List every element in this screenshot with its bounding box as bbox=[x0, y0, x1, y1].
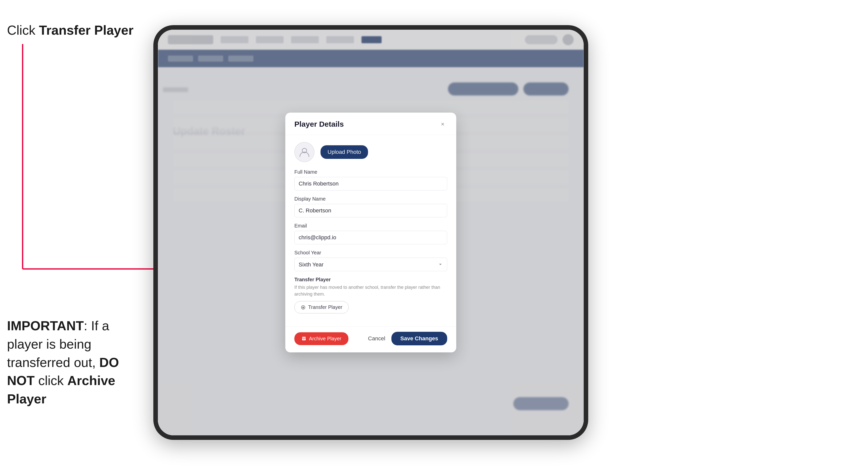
avatar-placeholder bbox=[294, 142, 314, 162]
display-name-group: Display Name bbox=[294, 196, 447, 217]
footer-right-buttons: Cancel Save Changes bbox=[368, 332, 447, 345]
modal-footer: Archive Player Cancel Save Changes bbox=[285, 326, 456, 352]
full-name-input[interactable] bbox=[294, 177, 447, 190]
upload-photo-button[interactable]: Upload Photo bbox=[320, 145, 368, 159]
transfer-player-button[interactable]: Transfer Player bbox=[294, 301, 349, 313]
annotation-top-prefix: Click bbox=[7, 23, 39, 37]
transfer-player-section: Transfer Player If this player has moved… bbox=[294, 277, 447, 313]
email-group: Email bbox=[294, 223, 447, 244]
display-name-input[interactable] bbox=[294, 204, 447, 217]
player-details-modal: Player Details × bbox=[285, 113, 456, 352]
annotation-important: IMPORTANT bbox=[7, 318, 84, 333]
user-icon bbox=[299, 147, 310, 158]
archive-icon bbox=[301, 336, 306, 341]
email-label: Email bbox=[294, 223, 447, 229]
annotation-bottom: IMPORTANT: If a player is being transfer… bbox=[7, 317, 148, 408]
transfer-icon bbox=[301, 305, 306, 310]
transfer-section-title: Transfer Player bbox=[294, 277, 447, 282]
save-changes-button[interactable]: Save Changes bbox=[392, 332, 447, 345]
annotation-top: Click Transfer Player bbox=[7, 23, 133, 38]
modal-body: Upload Photo Full Name Display Name bbox=[285, 135, 456, 326]
email-input[interactable] bbox=[294, 231, 447, 244]
annotation-top-highlight: Transfer Player bbox=[39, 23, 133, 37]
transfer-player-button-label: Transfer Player bbox=[308, 304, 342, 310]
transfer-section-description: If this player has moved to another scho… bbox=[294, 284, 447, 298]
tablet-screen: Update Roster Pl bbox=[158, 30, 584, 435]
school-year-label: School Year bbox=[294, 250, 447, 256]
photo-upload-area: Upload Photo bbox=[294, 142, 447, 162]
full-name-group: Full Name bbox=[294, 169, 447, 190]
app-screen: Update Roster Pl bbox=[158, 30, 584, 435]
modal-close-button[interactable]: × bbox=[438, 120, 447, 129]
archive-player-button-label: Archive Player bbox=[309, 336, 341, 342]
school-year-group: School Year Sixth Year bbox=[294, 250, 447, 271]
cancel-button[interactable]: Cancel bbox=[368, 335, 385, 342]
archive-player-button[interactable]: Archive Player bbox=[294, 332, 348, 345]
school-year-select[interactable]: Sixth Year bbox=[294, 258, 447, 271]
full-name-label: Full Name bbox=[294, 169, 447, 175]
modal-header: Player Details × bbox=[285, 113, 456, 135]
modal-title: Player Details bbox=[294, 120, 344, 128]
display-name-label: Display Name bbox=[294, 196, 447, 202]
annotation-text2: click bbox=[35, 373, 67, 388]
tablet-device: Update Roster Pl bbox=[153, 25, 588, 440]
modal-overlay: Player Details × bbox=[158, 30, 584, 435]
